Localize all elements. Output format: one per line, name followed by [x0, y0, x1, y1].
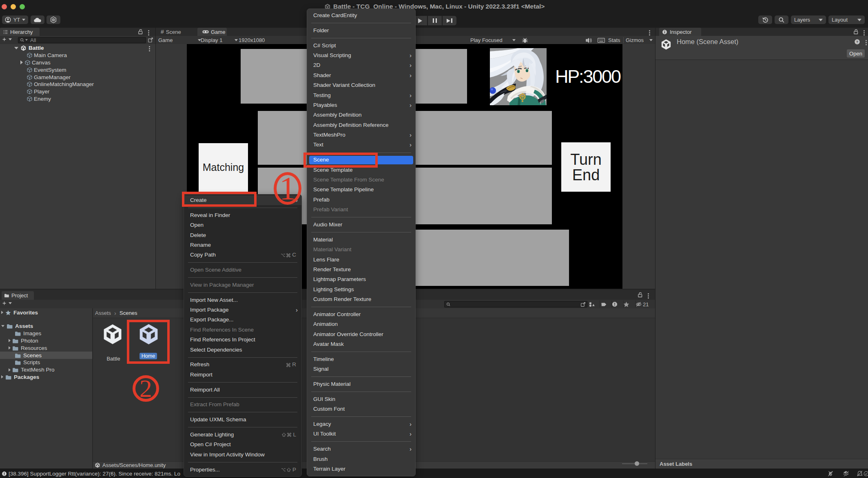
svg-text:?: ?	[856, 40, 858, 44]
